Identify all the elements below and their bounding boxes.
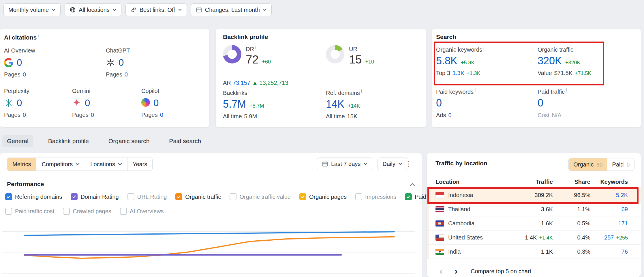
metric-organic-traffic-checkbox[interactable]: Organic traffic <box>175 193 221 200</box>
segment-locations[interactable]: Locations <box>85 158 127 171</box>
paid-keywords-value-link[interactable]: 0 <box>436 97 442 109</box>
keywords-value-link[interactable]: 171 <box>618 220 628 227</box>
dr-donut-chart <box>223 45 241 63</box>
filter-changes-button[interactable]: Changes: Last month <box>191 3 272 16</box>
ref-domains-alltime-value: 15K <box>347 113 358 119</box>
top3-delta: +1.3K <box>467 70 480 76</box>
ai-citation-ai-overview: AI Overview0Pages0 <box>4 47 99 78</box>
paid-traffic-value-link[interactable]: 0 <box>538 97 543 109</box>
share-value: 0.3% <box>577 248 590 255</box>
toggle-count: 0 <box>626 162 630 168</box>
metric-organic-pages-checkbox[interactable]: Organic pages <box>299 193 347 200</box>
checkbox-label: AI Overviews <box>130 208 164 215</box>
pages-row: Pages0 <box>4 71 99 78</box>
tab-organic-search[interactable]: Organic search <box>104 135 154 147</box>
citation-count-link[interactable]: 0 <box>17 98 22 108</box>
table-row-united-states[interactable]: United States1.4K+1.4K0.4%257+255 <box>427 231 641 245</box>
backlink-profile-card: Backlink profile DRi 72+60 URi 15+10 AR7… <box>216 29 426 127</box>
checkbox <box>5 208 12 215</box>
organic-traffic-value-link[interactable]: 320K <box>538 55 562 67</box>
backlinks-metric: Backlinksi 5.7M+5.7M All time5.9M <box>223 89 321 120</box>
keywords-value-link[interactable]: 5.2K <box>616 192 628 199</box>
citation-count-link[interactable]: 0 <box>119 57 124 68</box>
ads-label: Ads <box>436 112 446 118</box>
metric-organic-traffic-value-checkbox[interactable]: Organic traffic value <box>230 193 291 200</box>
next-page-icon[interactable]: › <box>455 266 458 276</box>
ref-domains-metric: Ref. domainsi 14K+14K All time15K <box>326 89 424 120</box>
keywords-value-link[interactable]: 257 <box>604 234 614 241</box>
ads-value-link[interactable]: 0 <box>448 112 451 118</box>
tab-paid-search[interactable]: Paid search <box>164 135 206 147</box>
info-icon: i <box>566 88 567 92</box>
collapse-section-icon[interactable] <box>410 182 415 188</box>
organic-keywords-label: Organic keywords <box>436 46 482 53</box>
compare-top5-label[interactable]: Compare top 5 on chart <box>471 268 531 275</box>
keywords-value-link[interactable]: 76 <box>622 248 628 255</box>
segment-metrics[interactable]: Metrics <box>7 158 36 171</box>
traffic-value-delta: +71.5K <box>575 70 592 76</box>
metric-referring-domains-checkbox[interactable]: Referring domains <box>5 193 62 200</box>
pages-label: Pages <box>4 112 20 118</box>
share-cell: 0.4% <box>553 234 590 241</box>
pages-count-link[interactable]: 0 <box>23 112 26 118</box>
openai-icon <box>106 58 115 67</box>
info-icon: i <box>38 33 39 38</box>
toggle-count: 90 <box>596 162 602 168</box>
ref-domains-value-link[interactable]: 14K <box>326 98 344 110</box>
calendar-icon <box>322 161 328 167</box>
backlinks-value-link[interactable]: 5.7M <box>223 98 246 110</box>
ar-value-link[interactable]: 73,157 <box>233 80 250 86</box>
date-range-button[interactable]: Last 7 days <box>317 158 372 170</box>
ar-delta: 13,252,713 <box>259 80 288 86</box>
chevron-down-icon <box>76 163 80 166</box>
referring-domains-line <box>25 232 394 235</box>
metric-domain-rating-checkbox[interactable]: Domain Rating <box>71 193 119 200</box>
tab-backlink-profile[interactable]: Backlink profile <box>44 135 93 147</box>
metric-paid-traffic-cost-checkbox[interactable]: Paid traffic cost <box>5 208 54 215</box>
info-icon: i <box>483 46 484 50</box>
chevron-down-icon <box>112 8 117 11</box>
pages-count-link[interactable]: 0 <box>125 71 128 78</box>
toggle-label: Organic <box>573 161 594 168</box>
segment-competitors[interactable]: Competitors <box>36 158 85 171</box>
pages-label: Pages <box>141 112 158 118</box>
segment-years[interactable]: Years <box>127 158 152 171</box>
pages-count-link[interactable]: 0 <box>23 71 26 78</box>
filter-locations-button[interactable]: All locations <box>65 3 121 16</box>
citation-count-link[interactable]: 0 <box>85 98 90 108</box>
metric-crawled-pages-checkbox[interactable]: Crawled pages <box>63 208 111 215</box>
organic-traffic-metric: Organic traffici 320K+320K Value$71.5K+7… <box>538 46 636 76</box>
toggle-organic[interactable]: Organic90 <box>569 158 607 171</box>
ref-domains-label: Ref. domains <box>326 90 360 96</box>
pages-label: Pages <box>72 112 89 118</box>
filter-metric-button[interactable]: Monthly volume <box>3 3 61 16</box>
filter-best-links-button[interactable]: Best links: Off <box>125 3 187 16</box>
table-row-india[interactable]: India1.1K0.3%76 <box>427 245 641 259</box>
pages-count-link[interactable]: 0 <box>160 112 163 118</box>
organic-keywords-value-link[interactable]: 5.8K <box>436 55 457 67</box>
checkbox <box>71 193 78 200</box>
keywords-value-link[interactable]: 69 <box>622 206 628 213</box>
pages-count-link[interactable]: 0 <box>91 112 94 118</box>
top3-value-link[interactable]: 1.3K <box>453 70 464 76</box>
metric-ai-overviews-checkbox[interactable]: AI Overviews <box>120 208 164 215</box>
performance-title: Performance <box>7 181 44 188</box>
table-row-indonesia[interactable]: Indonesia309.2K96.5%5.2K <box>427 188 641 202</box>
metric-impressions-checkbox[interactable]: Impressions <box>355 193 396 200</box>
dr-label: DR <box>246 46 254 52</box>
table-row-cambodia[interactable]: Cambodia1.6K0.5%171 <box>427 216 641 231</box>
performance-chart-svg <box>0 218 422 275</box>
button-label: Daily <box>382 161 395 167</box>
table-row-thailand[interactable]: Thailand3.6K1.1%69 <box>427 202 641 216</box>
citation-count-link[interactable]: 0 <box>17 57 22 68</box>
link-icon <box>130 7 137 13</box>
toggle-paid[interactable]: Paid0 <box>607 158 634 171</box>
previous-page-icon[interactable]: ‹ <box>440 266 443 276</box>
tab-general[interactable]: General <box>2 135 33 147</box>
metric-url-rating-checkbox[interactable]: URL Rating <box>127 193 167 200</box>
more-options-button[interactable]: ⋮ <box>405 159 413 169</box>
citation-count-link[interactable]: 0 <box>153 98 159 108</box>
granularity-button[interactable]: Daily <box>378 158 407 170</box>
chevron-down-icon <box>52 8 56 11</box>
cost-label: Cost <box>538 112 549 118</box>
